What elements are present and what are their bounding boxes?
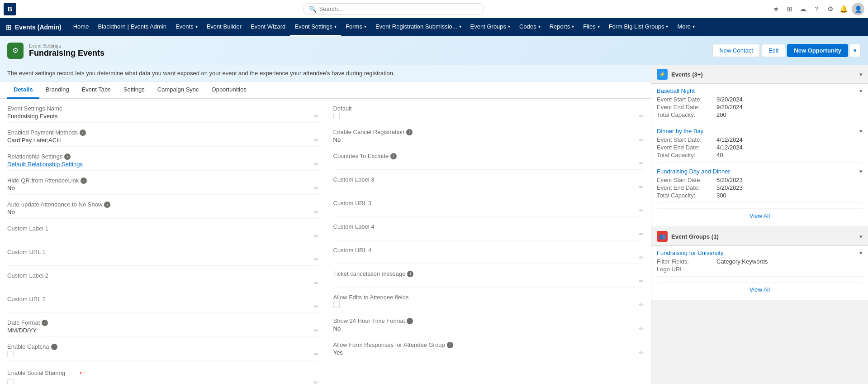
tab-branding[interactable]: Branding (39, 82, 76, 99)
new-contact-button[interactable]: New Contact (712, 44, 759, 57)
nav-item-blackthorn[interactable]: Blackthorn | Events Admin (93, 18, 171, 36)
event-groups-section: 👥 Event Groups (1) ▾ Fundraising for Uni… (651, 227, 868, 300)
edit-icon[interactable]: ✏ (314, 327, 318, 334)
nav-item-form-big-list[interactable]: Form Big List Groups▾ (604, 18, 673, 36)
nav-item-event-builder[interactable]: Event Builder (202, 18, 246, 36)
events-panel-title: Events (3+) (671, 71, 703, 78)
event-groups-panel-title: Event Groups (1) (671, 233, 719, 240)
info-icon-ticket[interactable]: i (407, 271, 413, 277)
notifications-icon[interactable]: 🔔 (838, 4, 849, 14)
info-banner: The event settings record lets you deter… (0, 65, 651, 82)
cloud-icon[interactable]: ☁ (797, 4, 808, 14)
default-checkbox[interactable] (333, 113, 340, 119)
nav-item-event-groups[interactable]: Event Groups▾ (466, 18, 515, 36)
field-ticket-cancel-msg: Ticket cancelation message i ✏ (333, 268, 644, 288)
event-groups-panel-icon: 👥 (657, 231, 668, 242)
search-input[interactable] (319, 5, 478, 12)
edit-icon[interactable]: ✏ (639, 137, 644, 143)
nav-item-codes[interactable]: Codes▾ (515, 18, 545, 36)
nav-item-event-wizard[interactable]: Event Wizard (246, 18, 290, 36)
event-group-expand[interactable]: ▾ (859, 250, 863, 256)
nav-item-files[interactable]: Files▾ (579, 18, 604, 36)
event-groups-view-all[interactable]: View All (657, 282, 863, 297)
events-panel-caret[interactable]: ▾ (859, 71, 863, 78)
relationship-link[interactable]: Default Relationship Settings (7, 161, 314, 168)
event-groups-panel-header[interactable]: 👥 Event Groups (1) ▾ (651, 227, 868, 246)
social-sharing-checkbox[interactable] (7, 379, 14, 384)
edit-icon[interactable]: ✏ (639, 184, 644, 190)
edit-icon[interactable]: ✏ (314, 161, 318, 168)
tab-settings[interactable]: Settings (117, 82, 151, 99)
allow-edits-checkbox[interactable] (333, 302, 340, 308)
edit-icon[interactable]: ✏ (639, 278, 644, 284)
info-icon-form-resp[interactable]: i (447, 342, 453, 348)
event-expand-fundraising-dinner[interactable]: ▾ (859, 168, 863, 175)
settings-icon[interactable]: ⚙ (825, 4, 835, 14)
more-actions-button[interactable]: ▾ (850, 44, 861, 57)
nav-item-event-settings[interactable]: Event Settings▾ (290, 18, 341, 36)
tab-campaign-sync[interactable]: Campaign Sync (151, 82, 205, 99)
nav-item-reports[interactable]: Reports▾ (545, 18, 579, 36)
tab-details[interactable]: Details (7, 82, 39, 99)
nav-item-more[interactable]: More▾ (673, 18, 699, 36)
info-icon-captcha[interactable]: i (51, 344, 57, 350)
edit-icon[interactable]: ✏ (639, 207, 644, 214)
nav-item-events[interactable]: Events▾ (171, 18, 202, 36)
nav-item-forms[interactable]: Forms▾ (341, 18, 371, 36)
field-relationship-settings: Relationship Settings i Default Relation… (7, 150, 318, 171)
edit-icon[interactable]: ✏ (639, 231, 644, 237)
avatar[interactable]: 👤 (852, 3, 864, 15)
info-icon-payment[interactable]: i (80, 130, 86, 136)
edit-icon[interactable]: ✏ (314, 303, 318, 310)
edit-button[interactable]: Edit (762, 44, 785, 57)
star-icon[interactable]: ★ (770, 4, 781, 14)
edit-icon[interactable]: ✏ (639, 302, 644, 308)
edit-icon[interactable]: ✏ (314, 351, 318, 357)
events-panel-header[interactable]: ⚡ Events (3+) ▾ (651, 65, 868, 84)
events-view-all[interactable]: View All (657, 208, 863, 223)
event-link-fundraising-dinner[interactable]: Fundraising Day and Dinner (657, 168, 730, 175)
new-opportunity-button[interactable]: New Opportunity (787, 44, 848, 57)
breadcrumb: Event Settings (29, 43, 104, 48)
info-icon-cancel[interactable]: i (406, 129, 413, 135)
event-expand-baseball[interactable]: ▾ (859, 87, 863, 94)
edit-icon[interactable]: ✏ (314, 113, 318, 120)
edit-icon[interactable]: ✏ (314, 233, 318, 239)
nav-item-event-reg[interactable]: Event Registration Submissio...▾ (371, 18, 466, 36)
grid-icon[interactable]: ⊞ (5, 23, 11, 32)
edit-icon[interactable]: ✏ (639, 254, 644, 261)
event-link-dinner-bay[interactable]: Dinner by the Bay (657, 128, 703, 134)
edit-icon[interactable]: ✏ (639, 113, 644, 119)
event-group-link-fundraising-univ[interactable]: Fundraising for University (657, 250, 723, 256)
captcha-checkbox[interactable] (7, 351, 14, 357)
tabs-bar: Details Branding Event Tabs Settings Cam… (0, 82, 651, 99)
edit-icon[interactable]: ✏ (639, 160, 644, 167)
edit-icon[interactable]: ✏ (639, 350, 644, 356)
field-countries-exclude: Countries To Exclude i ✏ (333, 150, 644, 170)
info-icon-date[interactable]: i (42, 320, 48, 326)
info-icon-qr[interactable]: i (81, 178, 87, 184)
top-navigation: B 🔍 ★ ⊞ ☁ ? ⚙ 🔔 👤 (0, 0, 868, 18)
edit-icon[interactable]: ✏ (314, 137, 318, 144)
info-icon-auto[interactable]: i (104, 202, 110, 208)
apps-icon[interactable]: ⊞ (784, 4, 795, 14)
tab-opportunities[interactable]: Opportunities (205, 82, 253, 99)
info-icon-rel[interactable]: i (64, 154, 71, 160)
nav-item-home[interactable]: Home (69, 18, 94, 36)
edit-icon[interactable]: ✏ (314, 379, 318, 384)
event-link-baseball[interactable]: Baseball Night (657, 87, 695, 94)
edit-icon[interactable]: ✏ (314, 209, 318, 216)
edit-icon[interactable]: ✏ (314, 185, 318, 192)
event-detail-baseball: Event Start Date: 9/20/2024 Event End Da… (657, 96, 863, 118)
edit-icon[interactable]: ✏ (314, 256, 318, 263)
info-icon-countries[interactable]: i (390, 153, 397, 159)
event-groups-panel-caret[interactable]: ▾ (859, 233, 863, 240)
search-bar[interactable]: 🔍 (303, 3, 484, 15)
info-icon-time[interactable]: i (407, 318, 413, 324)
help-icon[interactable]: ? (811, 4, 822, 14)
edit-icon[interactable]: ✏ (314, 280, 318, 286)
event-expand-dinner-bay[interactable]: ▾ (859, 128, 863, 134)
tab-event-tabs[interactable]: Event Tabs (76, 82, 117, 99)
field-custom-url-1: Custom URL 1 ✏ (7, 246, 318, 266)
edit-icon[interactable]: ✏ (639, 326, 644, 332)
